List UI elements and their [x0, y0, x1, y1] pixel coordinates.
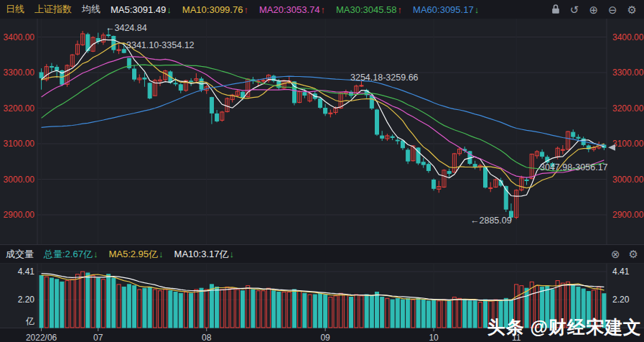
settings-icon[interactable]: ⚙ [627, 4, 637, 15]
vol-ma5-value: MA5:2.95亿↓ [108, 249, 163, 259]
svg-text:3100.00: 3100.00 [4, 139, 35, 149]
symbol-name[interactable]: 上证指数 [34, 3, 72, 16]
down-arrow-icon: ↓ [475, 4, 480, 15]
svg-text:4.41: 4.41 [18, 267, 35, 277]
svg-text:3047.98-3056.17: 3047.98-3056.17 [540, 162, 608, 172]
svg-text:3000.00: 3000.00 [612, 175, 644, 185]
ma-group-label[interactable]: 均线 [82, 3, 101, 16]
ma10-value: MA10:3099.76↑ [182, 4, 248, 15]
lock-icon[interactable] [551, 4, 560, 14]
svg-text:3341.10-3354.12: 3341.10-3354.12 [126, 40, 195, 50]
vol-ma10-value: MA10:3.17亿↓ [174, 249, 234, 259]
svg-text:09: 09 [320, 333, 330, 342]
svg-text:2900.00: 2900.00 [612, 210, 644, 220]
svg-text:2022/06: 2022/06 [26, 333, 57, 342]
undo-icon[interactable]: ↺ [570, 4, 579, 15]
svg-text:2.20: 2.20 [612, 295, 630, 305]
ma20-value: MA20:3053.74↑ [259, 4, 325, 15]
ma60-value: MA60:3095.17↓ [413, 4, 479, 15]
svg-text:3000.00: 3000.00 [4, 175, 35, 185]
svg-text:2900.00: 2900.00 [4, 210, 35, 220]
down-arrow-icon: ↓ [167, 4, 172, 15]
svg-text:10: 10 [429, 333, 439, 342]
close-volume-icon[interactable]: ⊗ [611, 249, 620, 259]
candlestick-chart-canvas[interactable]: 3400.003400.003300.003300.003200.003200.… [0, 19, 644, 342]
toolbar-icons: ↺ ⊕ ⊖ ⚙ [551, 4, 637, 15]
volume-pane-icons: ⊗ ⚙ [611, 249, 638, 259]
svg-text:亿: 亿 [25, 316, 34, 326]
zoom-in-icon[interactable]: ⊕ [589, 4, 598, 15]
svg-text:3100.00: 3100.00 [612, 139, 644, 149]
svg-text:←2885.09: ←2885.09 [470, 216, 512, 226]
chart-toolbar: 日线 上证指数 均线 MA5:3091.49↓MA10:3099.76↑MA20… [0, 0, 644, 19]
watermark: 头条 @财经宋建文 [487, 315, 642, 339]
up-arrow-icon: ↑ [398, 4, 403, 15]
svg-text:08: 08 [202, 333, 212, 342]
volume-values-group: 总量:2.67亿↓MA5:2.95亿↓MA10:3.17亿↓ [44, 248, 245, 261]
stock-chart-app: 日线 上证指数 均线 MA5:3091.49↓MA10:3099.76↑MA20… [0, 0, 644, 342]
svg-text:3300.00: 3300.00 [4, 68, 35, 78]
period-label[interactable]: 日线 [6, 3, 24, 16]
ma5-value: MA5:3091.49↓ [111, 4, 172, 15]
up-arrow-icon: ↑ [243, 4, 248, 15]
ma-values-group: MA5:3091.49↓MA10:3099.76↑MA20:3053.74↑MA… [111, 4, 490, 15]
svg-text:3400.00: 3400.00 [612, 32, 644, 42]
up-arrow-icon: ↑ [321, 4, 326, 15]
svg-text:3300.00: 3300.00 [612, 68, 644, 78]
total-volume-value: 总量:2.67亿↓ [44, 249, 98, 259]
down-arrow-icon: ↓ [159, 249, 164, 259]
svg-text:4.41: 4.41 [612, 267, 630, 277]
svg-text:3254.18-3259.66: 3254.18-3259.66 [350, 73, 419, 83]
ma30-value: MA30:3045.58↑ [336, 4, 402, 15]
volume-settings-icon[interactable]: ⚙ [629, 249, 638, 259]
down-arrow-icon: ↓ [229, 249, 234, 259]
svg-text:07: 07 [93, 333, 103, 342]
svg-text:2.20: 2.20 [18, 295, 35, 305]
zoom-out-icon[interactable]: ⊖ [608, 4, 617, 15]
svg-text:3200.00: 3200.00 [4, 103, 35, 114]
volume-pane-title[interactable]: 成交量 [6, 248, 34, 261]
svg-text:3200.00: 3200.00 [612, 103, 644, 114]
svg-text:3400.00: 3400.00 [4, 32, 35, 42]
svg-text:←3424.84: ←3424.84 [106, 23, 147, 33]
down-arrow-icon: ↓ [93, 249, 98, 259]
volume-pane-header: 成交量 总量:2.67亿↓MA5:2.95亿↓MA10:3.17亿↓ ⊗ ⚙ [0, 244, 644, 264]
